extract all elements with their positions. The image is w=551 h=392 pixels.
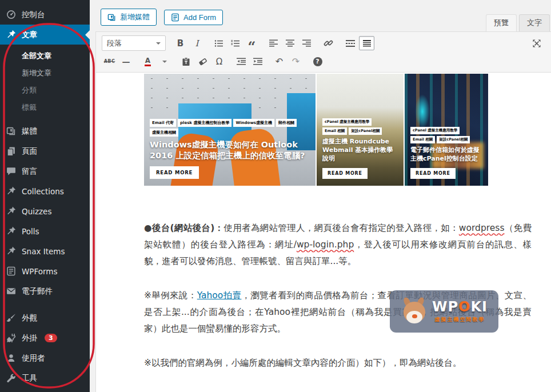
sidebar-item-posts[interactable]: 文章 — [0, 25, 90, 45]
pin-icon — [6, 29, 17, 40]
add-media-icon — [107, 13, 116, 22]
toolbar-toggle-button[interactable] — [359, 36, 374, 50]
bold-button[interactable]: B — [173, 36, 188, 50]
sidebar-item-polls[interactable]: Polls — [0, 221, 90, 241]
horizontal-rule-button[interactable]: — — [118, 54, 134, 69]
sidebar-item-users[interactable]: 使用者 — [0, 348, 90, 368]
tag-chip[interactable]: cPanel 虛擬主機應用教學 — [322, 118, 372, 126]
sidebar-item-pages[interactable]: 頁面 — [0, 141, 90, 161]
undo-button[interactable]: ↶ — [271, 54, 287, 69]
sidebar-item-label: 頁面 — [22, 146, 37, 157]
sidebar-item-label: 文章 — [22, 30, 37, 40]
pages-icon — [6, 146, 17, 157]
sidebar-item-tools[interactable]: 工具 — [0, 368, 90, 388]
sidebar-item-label: WPForms — [22, 267, 58, 276]
yahoo-auction-link[interactable]: Yahoo拍賣 — [197, 290, 242, 301]
editor-content-canvas[interactable]: Email 代寄 plesk 虛擬主機控制台教學 Windows虛擬主機 郵件相… — [96, 73, 551, 392]
bullet-list-button[interactable] — [211, 36, 226, 50]
add-form-icon — [171, 13, 179, 22]
submenu-tags[interactable]: 標籤 — [0, 99, 90, 116]
tag-chip[interactable]: Email 相關 — [410, 136, 435, 143]
sidebar-item-media[interactable]: 媒體 — [0, 121, 90, 141]
classic-editor: 段落 B I “ — [95, 31, 551, 392]
strikethrough-button[interactable]: ABC — [102, 54, 117, 69]
pin-icon — [6, 186, 17, 197]
tag-chip[interactable]: Email 相關 — [322, 127, 347, 135]
chevron-down-icon — [156, 42, 161, 47]
pin-icon — [6, 226, 17, 237]
italic-button[interactable]: I — [189, 36, 205, 50]
read-more-button[interactable]: READ MORE — [410, 168, 456, 179]
outdent-button[interactable] — [233, 54, 249, 69]
paragraph-lead: ●後台(網站後台)： — [144, 223, 223, 233]
special-char-button[interactable]: Ω — [211, 54, 227, 69]
tag-chip[interactable]: cPanel 虛擬主機應用教學 — [410, 127, 460, 134]
sidebar-item-label: 外觀 — [22, 313, 37, 323]
watermark-text: WPOKI 虛擬主機空間教學 — [432, 300, 488, 323]
align-center-button[interactable] — [282, 36, 298, 50]
tag-chip[interactable]: 郵件相關 — [276, 119, 297, 127]
form-icon — [6, 266, 17, 277]
sidebar-item-label: 電子郵件 — [22, 286, 53, 297]
card-title: 虛擬主機 Roundcube Webmail 基本操作教學說明 — [322, 138, 398, 163]
clear-formatting-button[interactable] — [195, 54, 210, 69]
read-more-button[interactable]: READ MORE — [150, 166, 199, 179]
ordered-list-button[interactable] — [227, 36, 243, 50]
sidebar-item-comments[interactable]: 留言 — [0, 161, 90, 181]
card-overlay: cPanel 虛擬主機應用教學 Email 相關 架設cPanel相關 虛擬主機… — [317, 114, 404, 186]
align-left-button[interactable] — [266, 36, 281, 50]
sidebar-item-email[interactable]: 電子郵件 — [0, 281, 90, 301]
redo-button[interactable]: ↷ — [288, 54, 304, 69]
tag-chip[interactable]: 架設cPanel相關 — [437, 136, 470, 143]
tag-chip[interactable]: 架設cPanel相關 — [349, 127, 382, 135]
deer-mascot-logo — [401, 297, 427, 326]
submenu-categories[interactable]: 分類 — [0, 82, 90, 99]
watermark-subtitle: 虛擬主機空間教學 — [435, 316, 485, 323]
sidebar-item-label: 媒體 — [22, 126, 37, 137]
tag-chip[interactable]: 虛擬主機相關 — [150, 129, 178, 137]
add-media-button[interactable]: 新增媒體 — [101, 9, 157, 26]
tag-chip[interactable]: Windows虛擬主機 — [233, 119, 274, 127]
sidebar-item-quizzes[interactable]: Quizzes — [0, 201, 90, 221]
sidebar-item-wpforms[interactable]: WPForms — [0, 261, 90, 281]
submenu-all-posts[interactable]: 全部文章 — [0, 47, 90, 65]
help-button[interactable]: ? — [310, 54, 325, 69]
add-form-button[interactable]: Add Form — [164, 10, 223, 25]
posts-submenu: 全部文章 新增文章 分類 標籤 — [0, 45, 90, 121]
envelope-icon — [6, 286, 17, 297]
format-select[interactable]: 段落 — [102, 35, 166, 51]
admin-sidebar: 控制台 文章 全部文章 新增文章 分類 標籤 媒體 頁面 — [0, 0, 90, 392]
sidebar-item-label: Collections — [22, 187, 64, 196]
card-title: Windows虛擬主機要如何在 Outlook 2016 上設定信箱把主機上的信… — [150, 139, 310, 162]
editor-toolbar-row2: ABC — A Ω — [96, 53, 551, 73]
blockquote-button[interactable]: “ — [244, 36, 259, 50]
paragraph-own-site-example: ※以我們的官網為例，小編所處的編輯文章內容的介面）如下），即為網站後台。 — [144, 355, 532, 371]
wordpress-admin-screen: 控制台 文章 全部文章 新增文章 分類 標籤 媒體 頁面 — [0, 0, 551, 392]
tag-chip[interactable]: plesk 虛擬主機控制台教學 — [178, 119, 231, 127]
read-more-tag-button[interactable] — [342, 36, 358, 50]
paste-as-text-button[interactable] — [178, 54, 194, 69]
editor-topbar: 新增媒體 Add Form 預覽 文字 — [90, 0, 551, 31]
wrench-icon — [6, 373, 17, 383]
sidebar-item-wpbakery[interactable]: WPBakery Page Builder — [0, 388, 90, 392]
sidebar-item-label: 留言 — [22, 166, 37, 177]
sidebar-item-dashboard[interactable]: 控制台 — [0, 5, 90, 25]
tag-chip[interactable]: Email 代寄 — [150, 119, 176, 127]
sidebar-item-plugins[interactable]: 外掛 3 — [0, 328, 90, 348]
read-more-button[interactable]: READ MORE — [322, 168, 368, 179]
submenu-add-post[interactable]: 新增文章 — [0, 65, 90, 82]
text-color-button[interactable]: A — [140, 54, 155, 69]
sidebar-item-label: 工具 — [22, 373, 37, 383]
sidebar-item-label: 使用者 — [22, 353, 45, 363]
text-color-dropdown[interactable] — [157, 54, 172, 69]
align-right-button[interactable] — [299, 36, 314, 50]
tab-visual[interactable]: 預覽 — [486, 14, 517, 32]
sidebar-item-snax[interactable]: Snax Items — [0, 241, 90, 261]
indent-button[interactable] — [250, 54, 265, 69]
sidebar-item-appearance[interactable]: 外觀 — [0, 308, 90, 328]
wpoki-watermark: WPOKI 虛擬主機空間教學 — [390, 290, 498, 333]
sidebar-item-collections[interactable]: Collections — [0, 181, 90, 201]
tab-text[interactable]: 文字 — [519, 14, 550, 32]
link-button[interactable] — [321, 36, 336, 50]
fullscreen-icon[interactable] — [529, 36, 544, 50]
